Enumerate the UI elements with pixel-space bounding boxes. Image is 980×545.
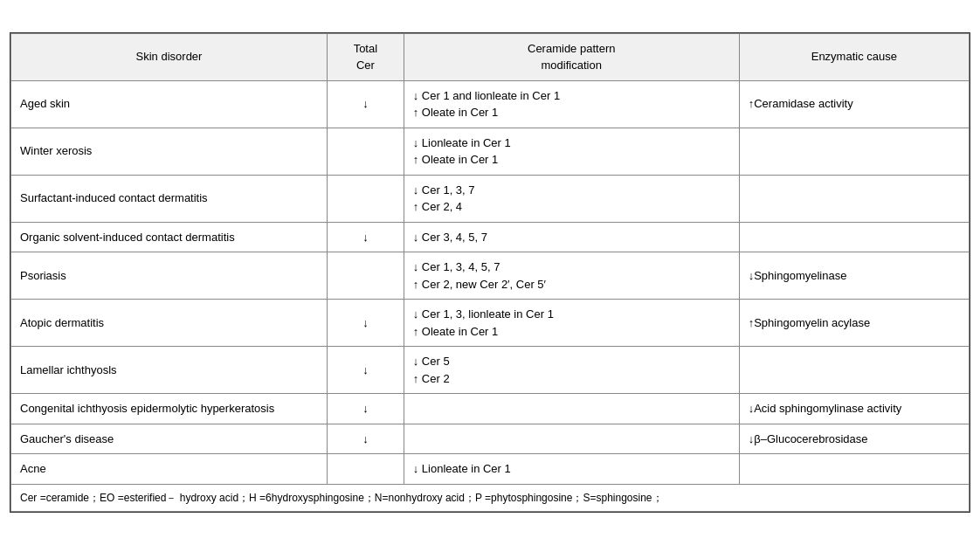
ceramide-table: Skin disorder TotalCer Ceramide patternm… — [10, 33, 970, 511]
cell-total-cer — [328, 454, 404, 485]
table-row: Lamellar ichthyosls↓↓ Cer 5↑ Cer 2 — [11, 347, 970, 394]
cell-pattern: ↓ Cer 5↑ Cer 2 — [404, 347, 739, 394]
cell-enzymatic — [739, 222, 969, 252]
table-row: Acne↓ Lionleate in Cer 1 — [11, 454, 970, 485]
cell-enzymatic: ↓Sphingomyelinase — [739, 252, 969, 300]
table-row: Congenital ichthyosis epidermolytic hype… — [11, 394, 970, 424]
cell-disorder: Acne — [11, 454, 328, 485]
cell-total-cer: ↓ — [328, 80, 404, 128]
cell-total-cer: ↓ — [328, 222, 404, 252]
table-row: Organic solvent-induced contact dermatit… — [11, 222, 970, 252]
table-row: Atopic dermatitis↓↓ Cer 1, 3, lionleate … — [11, 300, 970, 347]
cell-enzymatic: ↓β–Glucocerebrosidase — [739, 424, 969, 454]
cell-disorder: Psoriasis — [11, 252, 328, 300]
cell-enzymatic — [739, 128, 969, 175]
cell-pattern: ↓ Cer 3, 4, 5, 7 — [404, 222, 739, 252]
cell-total-cer: ↓ — [328, 424, 404, 454]
footnote-row: Cer =ceramide；EO =esterified－ hydroxy ac… — [11, 484, 970, 511]
cell-enzymatic: ↑Sphingomyelin acylase — [739, 300, 969, 347]
cell-pattern: ↓ Lionleate in Cer 1 — [404, 454, 739, 485]
cell-disorder: Winter xerosis — [11, 128, 328, 175]
cell-total-cer: ↓ — [328, 300, 404, 347]
cell-pattern: ↓ Cer 1, 3, 4, 5, 7↑ Cer 2, new Cer 2′, … — [404, 252, 739, 300]
cell-enzymatic: ↓Acid sphingomylinase activity — [739, 394, 969, 424]
table-row: Psoriasis↓ Cer 1, 3, 4, 5, 7↑ Cer 2, new… — [11, 252, 970, 300]
cell-disorder: Lamellar ichthyosls — [11, 347, 328, 394]
cell-disorder: Organic solvent-induced contact dermatit… — [11, 222, 328, 252]
header-pattern: Ceramide patternmodification — [404, 34, 739, 80]
cell-enzymatic — [739, 175, 969, 222]
cell-total-cer — [328, 128, 404, 175]
cell-pattern: ↓ Lionleate in Cer 1↑ Oleate in Cer 1 — [404, 128, 739, 175]
cell-enzymatic: ↑Ceramidase activity — [739, 80, 969, 128]
table-row: Surfactant-induced contact dermatitis↓ C… — [11, 175, 970, 222]
cell-total-cer: ↓ — [328, 347, 404, 394]
table-row: Winter xerosis↓ Lionleate in Cer 1↑ Olea… — [11, 128, 970, 175]
cell-pattern: ↓ Cer 1 and lionleate in Cer 1↑ Oleate i… — [404, 80, 739, 128]
header-enzymatic: Enzymatic cause — [739, 34, 969, 80]
cell-pattern — [404, 424, 739, 454]
cell-disorder: Gaucher's disease — [11, 424, 328, 454]
cell-disorder: Atopic dermatitis — [11, 300, 328, 347]
cell-total-cer — [328, 175, 404, 222]
cell-disorder: Congenital ichthyosis epidermolytic hype… — [11, 394, 328, 424]
cell-total-cer — [328, 252, 404, 300]
cell-pattern: ↓ Cer 1, 3, 7↑ Cer 2, 4 — [404, 175, 739, 222]
cell-pattern — [404, 394, 739, 424]
cell-total-cer: ↓ — [328, 394, 404, 424]
table-row: Aged skin↓↓ Cer 1 and lionleate in Cer 1… — [11, 80, 970, 128]
header-disorder: Skin disorder — [11, 34, 328, 80]
cell-enzymatic — [739, 347, 969, 394]
table-header-row: Skin disorder TotalCer Ceramide patternm… — [11, 34, 970, 80]
header-total-cer: TotalCer — [328, 34, 404, 80]
cell-disorder: Surfactant-induced contact dermatitis — [11, 175, 328, 222]
cell-disorder: Aged skin — [11, 80, 328, 128]
table-row: Gaucher's disease↓↓β–Glucocerebrosidase — [11, 424, 970, 454]
main-table-wrapper: Skin disorder TotalCer Ceramide patternm… — [10, 32, 970, 512]
cell-enzymatic — [739, 454, 969, 485]
table-footnote: Cer =ceramide；EO =esterified－ hydroxy ac… — [11, 484, 970, 511]
cell-pattern: ↓ Cer 1, 3, lionleate in Cer 1↑ Oleate i… — [404, 300, 739, 347]
